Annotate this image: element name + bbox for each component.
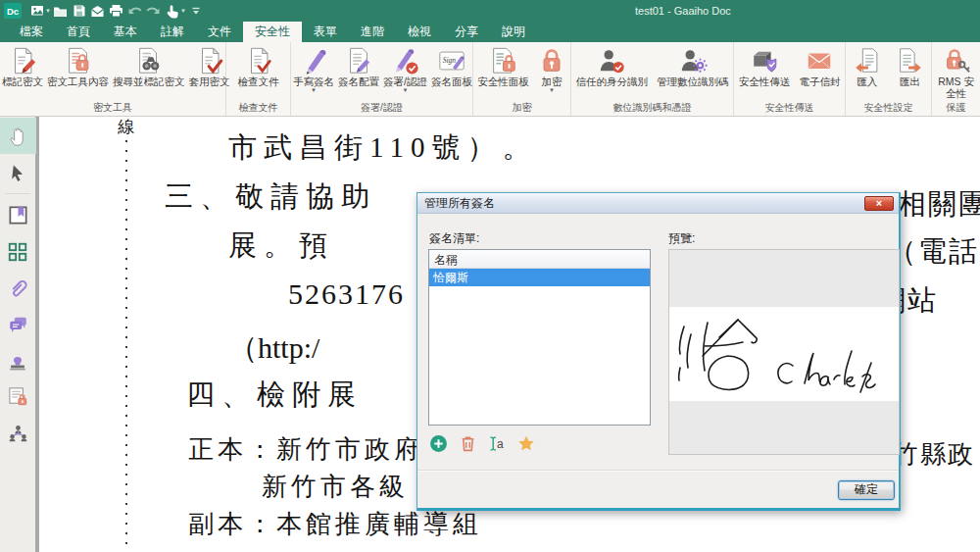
- add-signature-button[interactable]: [428, 433, 448, 453]
- group-sign-certify: 手寫簽名 ▼ 簽名配置 簽署/認證 ▼ Sign 簽名面板 簽署/認證: [291, 42, 473, 116]
- signature-listbox[interactable]: 名稱 恰爾斯: [428, 249, 651, 426]
- secure-send-button[interactable]: 安全性傳送: [737, 44, 793, 88]
- tab-form[interactable]: 表單: [302, 22, 349, 42]
- rms-security-button[interactable]: RMS 安全性: [933, 44, 980, 100]
- email-button[interactable]: [89, 2, 107, 20]
- search-and-redact-button[interactable]: 搜尋並標記密文: [111, 44, 187, 88]
- tab-share[interactable]: 分享: [443, 22, 490, 42]
- group-label-redaction: 密文工具: [0, 101, 225, 116]
- select-tool[interactable]: [0, 154, 36, 190]
- redaction-properties-button[interactable]: 密文工具內容: [45, 44, 111, 88]
- tab-comment[interactable]: 註解: [149, 22, 196, 42]
- tab-basic[interactable]: 基本: [102, 22, 149, 42]
- signature-list-item[interactable]: 恰爾斯: [429, 269, 650, 286]
- group-label-protect: 保護: [932, 101, 980, 116]
- page-thumbnails-panel-button[interactable]: [0, 233, 36, 270]
- doc-text-line: 市武昌街110號）。: [228, 128, 537, 168]
- group-redaction-tools: 標記密文 密文工具內容 搜尋並標記密文 套用密文 密文工具: [0, 42, 226, 116]
- doc-import-arrow-icon: [853, 45, 882, 75]
- tab-view[interactable]: 檢視: [396, 22, 443, 42]
- handwritten-signature-dropdown-icon[interactable]: ▼: [311, 87, 317, 94]
- apply-redaction-button[interactable]: 套用密文: [187, 44, 232, 88]
- group-label-sign: 簽署/認證: [291, 101, 472, 116]
- dialog-close-button[interactable]: ×: [864, 196, 894, 211]
- app-logo[interactable]: Dc: [4, 3, 22, 19]
- security-panel-button[interactable]: 安全性面板: [475, 44, 531, 88]
- doc-text-line: 展。預: [228, 226, 334, 266]
- preview-label: 預覽:: [668, 230, 695, 247]
- hand-tool[interactable]: [0, 118, 36, 154]
- doc-purple-pen-icon: [344, 45, 373, 75]
- doc-text-line: 新竹市各級: [262, 470, 409, 504]
- svg-text:a: a: [497, 437, 504, 451]
- signature-panel-button[interactable]: Sign 簽名面板: [429, 44, 474, 88]
- delete-signature-button[interactable]: [458, 433, 477, 453]
- rename-icon: a: [487, 434, 507, 453]
- dialog-body: 簽名清單: 名稱 恰爾斯 a 預覽:: [417, 214, 899, 511]
- inspect-document-button[interactable]: 檢查文件: [236, 44, 281, 88]
- purple-pen-icon: [299, 45, 328, 75]
- group-inspect-document: 檢查文件 檢查文件: [226, 42, 291, 116]
- sign-certify-button[interactable]: 簽署/認證 ▼: [381, 44, 429, 95]
- bookmarks-panel-button[interactable]: [0, 197, 36, 233]
- group-digital-ids: 信任的身分識別 管理數位識別碼 數位識別碼和憑證: [571, 42, 734, 116]
- tab-security[interactable]: 安全性: [243, 22, 302, 42]
- signature-layout-button[interactable]: 簽名配置: [336, 44, 381, 88]
- window-titlebar[interactable]: Dc ▼ ▼ test01 - Gaaiho Doc: [0, 0, 980, 22]
- rename-signature-button[interactable]: a: [487, 433, 507, 453]
- encrypt-button[interactable]: 加密 ▼: [535, 44, 568, 95]
- trash-icon: [459, 434, 477, 453]
- doc-text-line: （電話: [888, 232, 979, 272]
- manage-digital-ids-button[interactable]: 管理數位識別碼: [655, 44, 731, 88]
- handwritten-signature-button[interactable]: 手寫簽名 ▼: [291, 44, 336, 95]
- touch-mode-button[interactable]: [164, 2, 181, 20]
- add-icon: [429, 434, 448, 453]
- save-button[interactable]: [71, 2, 88, 20]
- tab-file[interactable]: 檔案: [8, 22, 55, 42]
- redo-icon[interactable]: [145, 2, 163, 20]
- attachments-panel-button[interactable]: [0, 270, 36, 306]
- doc-text-line: 三、敬請協助: [165, 177, 376, 217]
- group-protect: RMS 安全性 保護: [932, 42, 980, 116]
- tab-home[interactable]: 首頁: [55, 22, 102, 42]
- export-button[interactable]: 匯出: [893, 44, 926, 88]
- doc-text-line: 正本：新竹市政府: [188, 432, 423, 467]
- ok-button[interactable]: 確定: [838, 480, 895, 500]
- set-default-signature-button[interactable]: [516, 433, 536, 453]
- encrypt-dropdown-icon[interactable]: ▼: [549, 87, 555, 94]
- mark-redaction-button[interactable]: 標記密文: [0, 44, 45, 88]
- manage-signatures-dialog: 管理所有簽名 × 簽名清單: 名稱 恰爾斯 a 預覽:: [416, 192, 901, 511]
- listbox-name-column-header[interactable]: 名稱: [429, 250, 650, 269]
- security-panel-button-side[interactable]: [0, 378, 36, 415]
- binding-dotted-line: [125, 140, 127, 552]
- ribbon-tab-bar: 檔案 首頁 基本 註解 文件 安全性 表單 進階 檢視 分享 說明: [0, 22, 980, 42]
- customize-quick-access-icon[interactable]: [187, 2, 205, 20]
- stamps-panel-button[interactable]: [0, 342, 36, 378]
- tab-help[interactable]: 說明: [490, 22, 537, 42]
- e-envelope-button[interactable]: 電子信封: [797, 44, 842, 88]
- cursor-arrow-icon: [8, 162, 27, 183]
- comments-icon: [7, 314, 29, 335]
- open-button[interactable]: [52, 2, 70, 20]
- touch-mode-dropdown-icon[interactable]: ▼: [180, 8, 186, 14]
- print-button[interactable]: [108, 2, 125, 20]
- trusted-identities-button[interactable]: 信任的身分識別: [574, 44, 651, 88]
- signature-preview-box: [668, 249, 900, 455]
- lock-key-icon: [942, 45, 971, 75]
- doc-text-line: 副本：本館推廣輔導組: [188, 507, 482, 541]
- hand-icon: [7, 125, 29, 148]
- dialog-titlebar[interactable]: 管理所有簽名 ×: [417, 193, 899, 214]
- import-button[interactable]: 匯入: [851, 44, 884, 88]
- group-secure-send: 安全性傳送 電子信封 安全性傳送: [734, 42, 846, 116]
- new-from-image-dropdown-icon[interactable]: ▼: [45, 8, 51, 14]
- signature-list-toolbar: a: [428, 433, 536, 453]
- binding-line-label: 線: [118, 117, 134, 138]
- undo-icon[interactable]: [126, 2, 144, 20]
- sign-certify-dropdown-icon[interactable]: ▼: [402, 87, 408, 94]
- tab-advanced[interactable]: 進階: [349, 22, 396, 42]
- comments-panel-button[interactable]: [0, 306, 36, 342]
- new-from-image-button[interactable]: [28, 2, 46, 20]
- tab-document[interactable]: 文件: [196, 22, 243, 42]
- doc-inspect-check-icon: [244, 45, 273, 75]
- share-panel-button[interactable]: [0, 415, 36, 451]
